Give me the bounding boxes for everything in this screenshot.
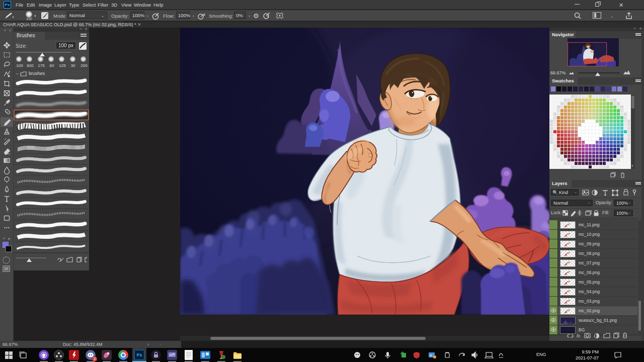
svg-text:fx: fx <box>577 333 581 338</box>
svg-text:«: « <box>4 29 6 32</box>
svg-text:e: e <box>430 353 432 357</box>
svg-text:×: × <box>9 29 11 32</box>
